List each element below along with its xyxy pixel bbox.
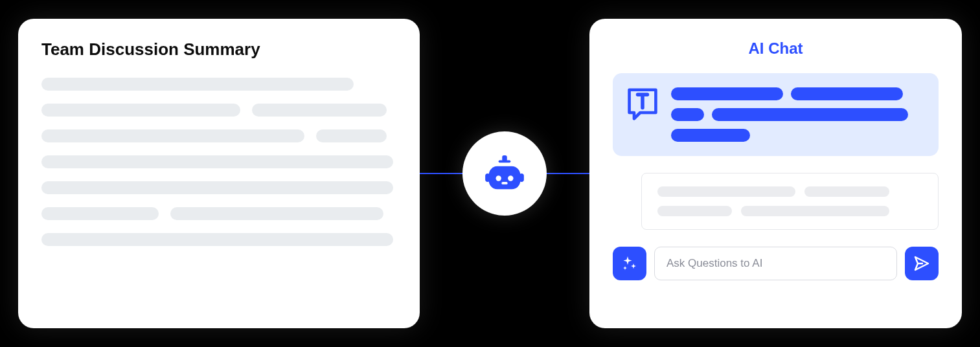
skeleton-line bbox=[316, 129, 387, 142]
svg-point-5 bbox=[496, 175, 501, 181]
chat-input[interactable] bbox=[654, 247, 897, 280]
skeleton-content bbox=[41, 78, 396, 246]
skeleton-row bbox=[41, 207, 396, 220]
skeleton-line bbox=[252, 104, 387, 117]
skeleton-line bbox=[41, 104, 240, 117]
skeleton-line bbox=[41, 155, 393, 168]
svg-point-6 bbox=[508, 175, 513, 181]
svg-rect-3 bbox=[485, 174, 490, 182]
svg-rect-4 bbox=[519, 174, 523, 182]
chat-card: AI Chat bbox=[589, 19, 962, 328]
bot-icon bbox=[484, 155, 525, 192]
send-icon bbox=[913, 255, 930, 272]
message-line bbox=[712, 108, 908, 121]
message-line bbox=[791, 87, 903, 100]
ai-message-content bbox=[671, 87, 926, 142]
ai-message bbox=[613, 73, 939, 156]
sparkle-icon bbox=[621, 255, 638, 272]
message-line bbox=[657, 206, 732, 216]
svg-rect-1 bbox=[499, 160, 511, 162]
summary-card: Team Discussion Summary bbox=[18, 19, 420, 328]
skeleton-line bbox=[41, 129, 304, 142]
skeleton-row bbox=[41, 129, 396, 142]
thread-icon bbox=[626, 87, 659, 121]
summary-title: Team Discussion Summary bbox=[41, 39, 396, 60]
message-line bbox=[671, 87, 783, 100]
message-line bbox=[657, 186, 795, 197]
send-button[interactable] bbox=[905, 247, 939, 280]
connector bbox=[420, 131, 589, 216]
user-message bbox=[641, 173, 939, 230]
bot-circle bbox=[462, 131, 547, 216]
svg-rect-2 bbox=[489, 166, 521, 189]
sparkle-button[interactable] bbox=[613, 247, 646, 280]
skeleton-row bbox=[41, 104, 396, 117]
chat-title: AI Chat bbox=[613, 39, 939, 58]
skeleton-line bbox=[170, 207, 383, 220]
svg-rect-7 bbox=[501, 182, 507, 185]
skeleton-line bbox=[41, 78, 354, 91]
chat-input-row bbox=[613, 247, 939, 280]
message-line bbox=[671, 129, 750, 142]
skeleton-line bbox=[41, 181, 393, 194]
message-line bbox=[804, 186, 889, 197]
message-line bbox=[741, 206, 889, 216]
skeleton-line bbox=[41, 233, 393, 246]
message-line bbox=[671, 108, 704, 121]
skeleton-line bbox=[41, 207, 159, 220]
